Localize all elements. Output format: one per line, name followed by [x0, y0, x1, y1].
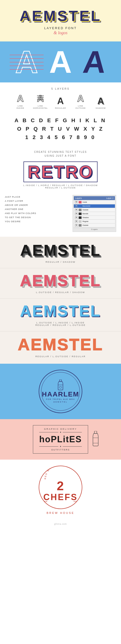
- subtitle-main: LAYERED FONT: [5, 26, 116, 30]
- layer-item-line-inside: A LINEINSIDE: [13, 94, 28, 110]
- aemstel-v3-section: AEMSTEL L.Outside / L.Inside / L.InsideR…: [0, 298, 121, 331]
- panel-row-barside[interactable]: 👁 Barside: [74, 212, 115, 216]
- layer-item-line-horiz: A LINEHORIZONTAL: [33, 94, 48, 110]
- hoplites-divider-2: ✦: [39, 445, 82, 448]
- panel-name-4: Barside: [83, 213, 114, 214]
- panel-row-outside2[interactable]: 👁 Outside: [74, 224, 115, 227]
- aemstel-v4-caption: Regular / L.Outside / Regular: [5, 355, 116, 358]
- aemstel-v3-text: AEMSTEL: [5, 302, 116, 320]
- panel-color-6: [79, 220, 82, 223]
- alphabet-row-3: 1 2 3 4 5 6 7 8 9 0: [5, 133, 116, 142]
- layers-description: JUST PLACE A FONT LAYER ABOVE OR UNDER A…: [5, 195, 68, 224]
- panel-header: Layers Layer 2: [74, 196, 115, 200]
- letter-a-dark-container: A: [77, 46, 111, 78]
- hoplites-bottle: [92, 431, 99, 448]
- panel-name-7: Outside: [83, 224, 114, 226]
- panel-name-5: Shadow: [83, 217, 114, 218]
- aemstel-v4-section: AEMSTEL Regular / L.Outside / Regular: [0, 331, 121, 364]
- layers-panel-section: JUST PLACE A FONT LAYER ABOVE OR UNDER A…: [0, 191, 121, 237]
- retro-caption: L.INSIDE / L.HORIZ / REGULAR / L.OUTSIDE…: [5, 184, 116, 189]
- svg-point-2: [59, 386, 62, 388]
- panel-row-outside[interactable]: 👁 Outside: [74, 208, 115, 212]
- haarlem-badge-wrapper: HAARLEM FOR TRIPEL ALE MRX AEMSTEL: [39, 370, 82, 413]
- horiz-line-1: [37, 96, 44, 96]
- horiz-line-3: [37, 100, 44, 100]
- retro-section: RETRO L.INSIDE / L.HORIZ / REGULAR / L.O…: [0, 158, 121, 191]
- subtitle-script: & logos: [5, 30, 116, 36]
- layers-label: 5 LAYERS: [4, 87, 117, 90]
- alphabet-row-1: A B C D E F G H I K L N: [5, 116, 116, 124]
- panel-eye-6: 👁: [75, 220, 78, 223]
- chefs-brew-house: BREW HOUSE: [5, 512, 116, 514]
- haarlem-bottom: AEMSTEL: [53, 401, 68, 403]
- panel-name-3: Outside: [83, 209, 114, 211]
- haarlem-bottle-icon: [57, 380, 64, 390]
- layers-panel: Layers Layer 2 👁 Inside 👁 Barometer 👁 Ou…: [73, 195, 116, 232]
- haarlem-name: HAARLEM: [42, 390, 79, 398]
- aemstel-v2-section: AEMSTEL L.Outside / Regular / Shadow: [0, 268, 121, 298]
- panel-name-2: Barometer: [83, 205, 114, 207]
- svg-text:RED MALT YARD: RED MALT YARD: [44, 468, 65, 480]
- five-layers-section: 5 LAYERS A LINEINSIDE A LINEHORIZONTAL A…: [0, 82, 121, 114]
- panel-color-1: [79, 201, 82, 204]
- layer-caption-1: LINEINSIDE: [13, 105, 28, 110]
- create-label-section: CREATE STUNNING TEXT STYLES USING JUST A…: [0, 146, 121, 158]
- divider2-star: ✦: [59, 445, 62, 448]
- panel-row-inside[interactable]: 👁 Inside: [74, 200, 115, 204]
- create-line-2: USING JUST A FONT: [44, 154, 77, 157]
- letter-a-white: A: [49, 46, 72, 78]
- panel-eye-5: 👁: [75, 216, 78, 219]
- letter-a-outline-container: A: [10, 46, 44, 78]
- divider-line-right: [63, 432, 82, 432]
- letter-a-white-container: A: [46, 46, 75, 78]
- layer-letter-2-text: A: [37, 94, 44, 104]
- svg-rect-0: [59, 380, 62, 382]
- panel-row-shadow[interactable]: 👁 Shadow: [74, 216, 115, 220]
- panel-eye-4: 👁: [75, 212, 78, 215]
- svg-rect-3: [94, 431, 97, 433]
- chefs-circle: RED MALT YARD 2 CHEFS AM AM: [39, 466, 82, 509]
- alphabet-section: A B C D E F G H I K L N O P Q R T U V W …: [0, 114, 121, 146]
- divider-star: ✦: [59, 431, 62, 434]
- retro-container: RETRO: [24, 162, 97, 182]
- panel-eye-1: 👁: [75, 201, 78, 204]
- aemstel-v1-caption: Regular / Shadow: [5, 261, 116, 263]
- hoplites-bottle-icon: [92, 431, 99, 446]
- horiz-line-2: [37, 98, 44, 98]
- create-line-1: CREATE STUNNING TEXT STYLES: [34, 151, 87, 153]
- layer-letter-4: A: [73, 94, 89, 104]
- panel-header-name: Layer 2: [106, 197, 113, 199]
- panel-row-barometer[interactable]: 👁 Barometer: [74, 204, 115, 208]
- haarlem-inner: HAARLEM FOR TRIPEL ALE MRX AEMSTEL: [41, 372, 80, 411]
- panel-color-7: [79, 224, 82, 226]
- layer-letter-3: A: [53, 96, 69, 106]
- layer-letter-1: A: [13, 94, 28, 104]
- divider2-line-left: [39, 446, 58, 446]
- panel-name-6: Regular: [83, 220, 114, 222]
- hoplites-divider: ✦: [39, 431, 82, 434]
- panel-eye-7: 👁: [75, 224, 78, 226]
- panel-color-4: [79, 212, 82, 215]
- letter-a-outline: A: [15, 46, 38, 78]
- chefs-am-right: AM: [74, 500, 77, 502]
- panel-row-regular[interactable]: 👁 Regular: [74, 220, 115, 224]
- layer-item-regular: A REGULAR: [53, 96, 69, 110]
- watermark: gfxtra.com: [0, 522, 121, 526]
- panel-eye-3: 👁: [75, 209, 78, 211]
- create-label-text: CREATE STUNNING TEXT STYLES USING JUST A…: [5, 150, 116, 158]
- panel-color-3: [79, 209, 82, 211]
- retro-word: RETRO: [28, 163, 93, 180]
- divider2-line-right: [63, 446, 82, 446]
- chefs-word: CHEFS: [43, 492, 78, 502]
- hoplites-sub: OUTFITTERS: [39, 448, 82, 451]
- chefs-section: RED MALT YARD 2 CHEFS AM AM BREW HOUSE: [0, 460, 121, 522]
- main-title: AEMSTEL: [5, 7, 116, 24]
- watermark-text: gfxtra.com: [54, 523, 67, 525]
- layer-caption-2: LINEHORIZONTAL: [33, 105, 48, 110]
- layer-caption-3: REGULAR: [53, 107, 69, 110]
- layer-letter-2: A: [37, 94, 44, 104]
- alphabet-row-2: O P Q R T U V W X Y Z: [5, 124, 116, 133]
- haarlem-sub: FOR TRIPEL ALE MRX: [46, 398, 75, 400]
- hoplites-main: hoPLitES: [39, 434, 82, 444]
- hoplites-section: GRAPHIC DELIVERY ✦ hoPLitES ✦ OUTFITTERS: [0, 419, 121, 460]
